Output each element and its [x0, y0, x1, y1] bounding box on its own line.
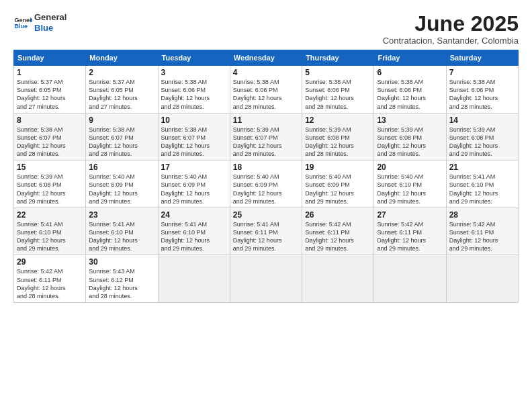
day-number: 15 [17, 163, 83, 172]
day-info: Sunrise: 5:38 AMSunset: 6:07 PMDaylight:… [161, 126, 227, 158]
calendar-week-row: 15Sunrise: 5:39 AMSunset: 6:08 PMDayligh… [14, 161, 519, 208]
day-number: 28 [449, 210, 515, 220]
day-info: Sunrise: 5:37 AMSunset: 6:05 PMDaylight:… [89, 78, 154, 111]
calendar-cell: 21Sunrise: 5:41 AMSunset: 6:10 PMDayligh… [446, 161, 518, 208]
calendar-week-row: 22Sunrise: 5:41 AMSunset: 6:10 PMDayligh… [14, 208, 519, 255]
day-number: 18 [233, 163, 299, 172]
day-number: 12 [305, 116, 371, 125]
calendar-cell: 23Sunrise: 5:41 AMSunset: 6:10 PMDayligh… [86, 208, 158, 255]
day-number: 7 [449, 68, 515, 77]
day-info: Sunrise: 5:42 AMSunset: 6:11 PMDaylight:… [17, 267, 83, 300]
day-info: Sunrise: 5:42 AMSunset: 6:11 PMDaylight:… [305, 220, 371, 253]
day-number: 11 [233, 116, 299, 125]
calendar-cell: 19Sunrise: 5:40 AMSunset: 6:09 PMDayligh… [302, 161, 374, 208]
day-info: Sunrise: 5:38 AMSunset: 6:06 PMDaylight:… [305, 78, 371, 111]
day-number: 27 [377, 210, 443, 220]
day-number: 4 [233, 68, 299, 77]
day-number: 16 [89, 163, 154, 172]
calendar-cell: 10Sunrise: 5:38 AMSunset: 6:07 PMDayligh… [158, 113, 230, 161]
day-info: Sunrise: 5:40 AMSunset: 6:09 PMDaylight:… [233, 173, 299, 205]
calendar-week-row: 29Sunrise: 5:42 AMSunset: 6:11 PMDayligh… [14, 255, 519, 303]
day-number: 6 [377, 68, 443, 77]
calendar-cell: 24Sunrise: 5:41 AMSunset: 6:10 PMDayligh… [158, 208, 230, 255]
day-info: Sunrise: 5:41 AMSunset: 6:10 PMDaylight:… [89, 220, 154, 253]
calendar-cell: 5Sunrise: 5:38 AMSunset: 6:06 PMDaylight… [302, 66, 374, 113]
day-number: 26 [305, 210, 371, 220]
logo-icon: General Blue [13, 13, 32, 32]
day-number: 1 [17, 68, 83, 77]
day-number: 14 [449, 116, 515, 125]
calendar-cell: 6Sunrise: 5:38 AMSunset: 6:06 PMDaylight… [374, 66, 446, 113]
day-info: Sunrise: 5:39 AMSunset: 6:08 PMDaylight:… [449, 126, 515, 158]
calendar-cell: 17Sunrise: 5:40 AMSunset: 6:09 PMDayligh… [158, 161, 230, 208]
day-number: 20 [377, 163, 443, 172]
day-number: 24 [161, 210, 227, 220]
calendar-cell: 27Sunrise: 5:42 AMSunset: 6:11 PMDayligh… [374, 208, 446, 255]
svg-text:Blue: Blue [14, 23, 28, 30]
day-info: Sunrise: 5:41 AMSunset: 6:10 PMDaylight:… [17, 220, 83, 253]
calendar-cell: 29Sunrise: 5:42 AMSunset: 6:11 PMDayligh… [14, 255, 86, 303]
col-header-sunday: Sunday [14, 50, 86, 66]
calendar-cell: 16Sunrise: 5:40 AMSunset: 6:09 PMDayligh… [86, 161, 158, 208]
calendar-week-row: 8Sunrise: 5:38 AMSunset: 6:07 PMDaylight… [14, 113, 519, 161]
day-number: 8 [17, 116, 83, 125]
calendar-table: SundayMondayTuesdayWednesdayThursdayFrid… [13, 50, 519, 303]
day-number: 10 [161, 116, 227, 125]
header: General Blue General Blue June 2025 Cont… [13, 12, 519, 46]
calendar-cell: 9Sunrise: 5:38 AMSunset: 6:07 PMDaylight… [86, 113, 158, 161]
day-info: Sunrise: 5:38 AMSunset: 6:06 PMDaylight:… [377, 78, 443, 111]
col-header-friday: Friday [374, 50, 446, 66]
calendar-cell: 12Sunrise: 5:39 AMSunset: 6:08 PMDayligh… [302, 113, 374, 161]
logo-general: General [34, 12, 66, 23]
col-header-monday: Monday [86, 50, 158, 66]
calendar-cell: 26Sunrise: 5:42 AMSunset: 6:11 PMDayligh… [302, 208, 374, 255]
day-info: Sunrise: 5:37 AMSunset: 6:05 PMDaylight:… [17, 78, 83, 111]
day-info: Sunrise: 5:42 AMSunset: 6:11 PMDaylight:… [449, 220, 515, 253]
day-info: Sunrise: 5:41 AMSunset: 6:11 PMDaylight:… [233, 220, 299, 253]
day-info: Sunrise: 5:38 AMSunset: 6:07 PMDaylight:… [89, 126, 154, 158]
title-block: June 2025 Contratacion, Santander, Colom… [383, 12, 519, 46]
day-info: Sunrise: 5:41 AMSunset: 6:10 PMDaylight:… [161, 220, 227, 253]
day-number: 5 [305, 68, 371, 77]
calendar-subtitle: Contratacion, Santander, Colombia [383, 36, 519, 46]
calendar-cell: 15Sunrise: 5:39 AMSunset: 6:08 PMDayligh… [14, 161, 86, 208]
day-number: 30 [89, 257, 154, 267]
logo-blue: Blue [34, 23, 66, 34]
day-number: 17 [161, 163, 227, 172]
calendar-cell [302, 255, 374, 303]
day-info: Sunrise: 5:40 AMSunset: 6:09 PMDaylight:… [305, 173, 371, 205]
day-info: Sunrise: 5:39 AMSunset: 6:08 PMDaylight:… [377, 126, 443, 158]
day-info: Sunrise: 5:39 AMSunset: 6:08 PMDaylight:… [305, 126, 371, 158]
day-number: 9 [89, 116, 154, 125]
day-number: 2 [89, 68, 154, 77]
col-header-wednesday: Wednesday [230, 50, 302, 66]
day-info: Sunrise: 5:43 AMSunset: 6:12 PMDaylight:… [89, 267, 154, 300]
day-info: Sunrise: 5:40 AMSunset: 6:10 PMDaylight:… [377, 173, 443, 205]
day-info: Sunrise: 5:38 AMSunset: 6:06 PMDaylight:… [233, 78, 299, 111]
logo-text-block: General Blue [34, 12, 66, 33]
calendar-cell: 20Sunrise: 5:40 AMSunset: 6:10 PMDayligh… [374, 161, 446, 208]
col-header-saturday: Saturday [446, 50, 518, 66]
day-number: 22 [17, 210, 83, 220]
day-info: Sunrise: 5:38 AMSunset: 6:07 PMDaylight:… [17, 126, 83, 158]
calendar-cell [158, 255, 230, 303]
day-number: 21 [449, 163, 515, 172]
day-number: 23 [89, 210, 154, 220]
calendar-cell: 4Sunrise: 5:38 AMSunset: 6:06 PMDaylight… [230, 66, 302, 113]
day-number: 3 [161, 68, 227, 77]
logo: General Blue General Blue [13, 12, 66, 33]
day-number: 19 [305, 163, 371, 172]
calendar-header-row: SundayMondayTuesdayWednesdayThursdayFrid… [14, 50, 519, 66]
calendar-cell: 14Sunrise: 5:39 AMSunset: 6:08 PMDayligh… [446, 113, 518, 161]
day-info: Sunrise: 5:41 AMSunset: 6:10 PMDaylight:… [449, 173, 515, 205]
day-info: Sunrise: 5:40 AMSunset: 6:09 PMDaylight:… [161, 173, 227, 205]
calendar-cell: 11Sunrise: 5:39 AMSunset: 6:07 PMDayligh… [230, 113, 302, 161]
col-header-tuesday: Tuesday [158, 50, 230, 66]
col-header-thursday: Thursday [302, 50, 374, 66]
day-info: Sunrise: 5:40 AMSunset: 6:09 PMDaylight:… [89, 173, 154, 205]
calendar-cell [374, 255, 446, 303]
calendar-cell: 18Sunrise: 5:40 AMSunset: 6:09 PMDayligh… [230, 161, 302, 208]
calendar-cell [446, 255, 518, 303]
calendar-cell: 22Sunrise: 5:41 AMSunset: 6:10 PMDayligh… [14, 208, 86, 255]
calendar-title: June 2025 [383, 12, 519, 36]
